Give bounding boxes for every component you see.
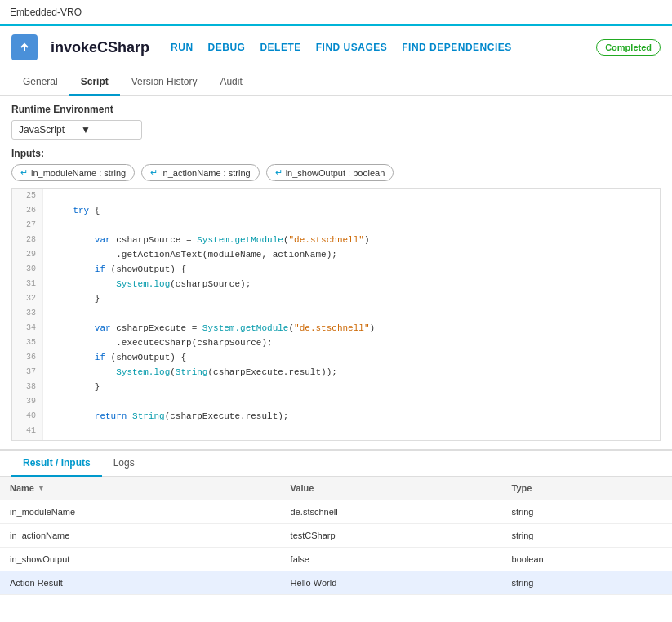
line-number: 32: [12, 291, 43, 306]
input-tag-label-0: in_moduleName : string: [31, 168, 126, 178]
tab-version-history[interactable]: Version History: [120, 69, 209, 96]
input-tag-icon-1: ↵: [150, 167, 158, 178]
line-code: .executeCSharp(csharpSource);: [43, 335, 660, 350]
code-line: 35 .executeCSharp(csharpSource);: [12, 335, 660, 350]
cell-name: in_actionName: [0, 524, 281, 548]
code-line: 34 var csharpExecute = System.getModule(…: [12, 321, 660, 335]
code-line: 28 var csharpSource = System.getModule("…: [12, 233, 660, 247]
line-number: 40: [12, 409, 43, 424]
code-line: 38 }: [12, 380, 660, 394]
main-content: Runtime Environment JavaScript ▼ Inputs:…: [0, 96, 672, 449]
line-code: return String(csharpExecute.result);: [43, 409, 660, 424]
code-line: 40 return String(csharpExecute.result);: [12, 409, 660, 424]
status-badge: Completed: [596, 39, 661, 56]
find-dependencies-button[interactable]: FIND DEPENDENCIES: [402, 42, 512, 53]
cell-value: de.stschnell: [281, 500, 502, 524]
action-icon: [11, 34, 38, 60]
line-number: 28: [12, 233, 43, 247]
line-number: 25: [12, 189, 43, 203]
line-number: 27: [12, 218, 43, 233]
cell-type: string: [502, 571, 672, 595]
line-number: 34: [12, 321, 43, 335]
app-title: Embedded-VRO: [10, 7, 82, 18]
code-line: 39: [12, 394, 660, 409]
tab-logs[interactable]: Logs: [102, 451, 146, 477]
code-line: 36 if (showOutput) {: [12, 350, 660, 365]
cell-value: testCSharp: [281, 524, 502, 548]
code-line: 26 try {: [12, 203, 660, 218]
line-code: System.log(String(csharpExecute.result))…: [43, 365, 660, 380]
line-number: 33: [12, 306, 43, 321]
cell-value: false: [281, 548, 502, 571]
cell-type: boolean: [502, 548, 672, 571]
table-row: in_actionName testCSharp string: [0, 524, 672, 548]
run-button[interactable]: RUN: [171, 42, 194, 53]
line-number: 26: [12, 203, 43, 218]
input-tag-action: ↵ in_actionName : string: [141, 164, 259, 181]
runtime-dropdown[interactable]: JavaScript ▼: [11, 120, 142, 140]
line-code: .getActionAsText(moduleName, actionName)…: [43, 247, 660, 262]
delete-button[interactable]: DELETE: [260, 42, 300, 53]
code-line: 32 }: [12, 291, 660, 306]
inputs-tags: ↵ in_moduleName : string ↵ in_actionName…: [11, 164, 661, 181]
runtime-label: Runtime Environment: [11, 104, 661, 115]
cell-name: in_moduleName: [0, 500, 281, 524]
input-tag-icon-0: ↵: [20, 167, 28, 178]
cell-type: string: [502, 524, 672, 548]
inputs-label: Inputs:: [11, 148, 661, 159]
page-title: invokeCSharp: [51, 39, 149, 56]
line-code: System.log(csharpSource);: [43, 277, 660, 291]
tab-general[interactable]: General: [11, 69, 69, 96]
tab-result-inputs[interactable]: Result / Inputs: [11, 451, 102, 477]
cell-name: in_showOutput: [0, 548, 281, 571]
line-number: 42: [12, 438, 43, 441]
line-code: var csharpExecute = System.getModule("de…: [43, 321, 660, 335]
input-tag-label-2: in_showOutput : boolean: [286, 168, 385, 178]
input-tag-label-1: in_actionName : string: [161, 168, 250, 178]
debug-button[interactable]: DEBUG: [208, 42, 246, 53]
code-line: 33: [12, 306, 660, 321]
table-row: Action Result Hello World string: [0, 571, 672, 595]
line-code: [43, 218, 660, 233]
code-line: 42 } catch (exception) {: [12, 438, 660, 441]
line-code: try {: [43, 203, 660, 218]
top-bar: Embedded-VRO: [0, 0, 672, 26]
line-number: 39: [12, 394, 43, 409]
line-code: [43, 424, 660, 438]
code-line: 25: [12, 189, 660, 203]
line-number: 29: [12, 247, 43, 262]
line-code: }: [43, 380, 660, 394]
table-row: in_showOutput false boolean: [0, 548, 672, 571]
main-tabs: General Script Version History Audit: [0, 69, 672, 96]
find-usages-button[interactable]: FIND USAGES: [316, 42, 388, 53]
line-number: 37: [12, 365, 43, 380]
col-value: Value: [281, 477, 502, 500]
line-number: 38: [12, 380, 43, 394]
line-code: } catch (exception) {: [43, 438, 660, 441]
bottom-panel: Result / Inputs Logs Name ▼ Value Type: [0, 449, 672, 595]
col-name: Name ▼: [0, 477, 281, 500]
bottom-tabs: Result / Inputs Logs: [0, 451, 672, 477]
header-actions: RUN DEBUG DELETE FIND USAGES FIND DEPEND…: [171, 39, 661, 56]
results-table: Name ▼ Value Type in_moduleName de.stsch…: [0, 477, 672, 595]
runtime-value: JavaScript: [19, 124, 65, 136]
line-number: 31: [12, 277, 43, 291]
input-tag-icon-2: ↵: [275, 167, 283, 178]
tab-audit[interactable]: Audit: [208, 69, 253, 96]
code-editor[interactable]: 2526 try {2728 var csharpSource = System…: [11, 188, 661, 441]
code-line: 37 System.log(String(csharpExecute.resul…: [12, 365, 660, 380]
tab-script[interactable]: Script: [69, 69, 120, 96]
line-code: [43, 189, 660, 203]
chevron-down-icon: ▼: [81, 124, 91, 136]
code-line: 31 System.log(csharpSource);: [12, 277, 660, 291]
input-tag-module: ↵ in_moduleName : string: [11, 164, 135, 181]
filter-icon[interactable]: ▼: [38, 484, 45, 492]
line-number: 36: [12, 350, 43, 365]
line-number: 41: [12, 424, 43, 438]
line-code: if (showOutput) {: [43, 350, 660, 365]
code-line: 29 .getActionAsText(moduleName, actionNa…: [12, 247, 660, 262]
cell-name: Action Result: [0, 571, 281, 595]
code-line: 41: [12, 424, 660, 438]
cell-value: Hello World: [281, 571, 502, 595]
line-number: 35: [12, 335, 43, 350]
